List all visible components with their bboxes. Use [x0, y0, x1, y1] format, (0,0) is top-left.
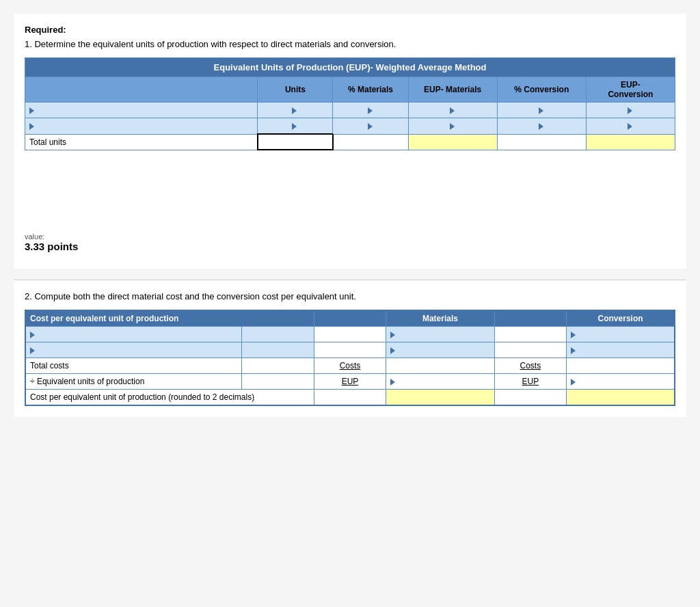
required-label: Required: — [25, 25, 675, 35]
triangle-icon-2ec — [628, 123, 632, 130]
points-value: 3.33 points — [25, 241, 675, 252]
cpeup-row: Cost per equivalent unit of production (… — [25, 390, 675, 406]
cost-row1-empty — [314, 327, 386, 342]
eup-table: Equivalent Units of Production (EUP)- We… — [25, 57, 675, 150]
triangle-icon-1cp — [539, 107, 543, 114]
cost-col-header-empty1 — [314, 310, 386, 327]
cpeup-label: Cost per equivalent unit of production (… — [25, 390, 314, 406]
q2-number: 2. — [25, 291, 32, 301]
total-mat-pct — [333, 134, 408, 150]
section-1: Required: 1. Determine the equivalent un… — [14, 14, 686, 269]
row2-eup-conv[interactable] — [586, 118, 675, 135]
tri-c2c — [571, 347, 576, 354]
eup-row: ÷ Equivalent units of production EUP EUP — [25, 374, 675, 390]
table-header-row: Units % Materials EUP- Materials % Conve… — [25, 77, 675, 103]
col-header-eup-materials: EUP- Materials — [408, 77, 497, 103]
row2-label — [25, 118, 258, 135]
cpeup-conv[interactable] — [567, 390, 675, 406]
triangle-icon-1 — [29, 107, 34, 114]
tri-c1a — [30, 332, 35, 338]
cost-row1-val1[interactable] — [242, 327, 314, 342]
cost-col-header-empty2 — [494, 310, 567, 327]
cost-col-header-conversion: Conversion — [567, 310, 675, 327]
total-label: Total units — [25, 134, 258, 150]
cost-table: Cost per equivalent unit of production M… — [25, 310, 675, 406]
tri-c1c — [571, 332, 576, 338]
eup-row-label: ÷ Equivalent units of production — [25, 374, 242, 390]
total-costs-val[interactable] — [242, 358, 314, 374]
cost-row2-mat[interactable] — [386, 342, 494, 358]
q1-number: 1. — [25, 39, 32, 49]
row2-conv-pct[interactable] — [497, 118, 586, 135]
value-label: value: — [25, 232, 675, 241]
triangle-icon-1mp — [368, 107, 373, 114]
total-units[interactable] — [258, 134, 333, 150]
tri-c2a — [30, 347, 35, 354]
row2-mat-pct[interactable] — [333, 118, 408, 135]
total-eup-mat[interactable] — [408, 134, 497, 150]
row1-eup-conv[interactable] — [586, 103, 675, 118]
eup-val[interactable] — [242, 374, 314, 390]
tri-c1b — [390, 332, 395, 338]
q2-text: Compute both the direct material cost an… — [34, 291, 355, 301]
question1-instruction: 1. Determine the equivalent units of pro… — [25, 39, 675, 49]
table-title: Equivalent Units of Production (EUP)- We… — [25, 58, 675, 77]
row2-eup-mat[interactable] — [408, 118, 497, 135]
col-header-eup-conversion: EUP- Conversion — [586, 77, 675, 103]
col-header-units: Units — [258, 77, 333, 103]
total-costs-mat[interactable] — [386, 358, 494, 374]
total-row: Total units — [25, 134, 675, 150]
cost-row1-empty2 — [494, 327, 567, 342]
cost-col-header-materials: Materials — [386, 310, 494, 327]
total-costs-label: Total costs — [25, 358, 242, 374]
total-costs-row: Total costs Costs Costs — [25, 358, 675, 374]
tri-c2b — [390, 347, 395, 354]
triangle-icon-1ec — [628, 107, 632, 114]
costs-label-1: Costs — [314, 358, 386, 374]
table-title-row: Equivalent Units of Production (EUP)- We… — [25, 58, 675, 77]
triangle-icon-2u — [292, 123, 297, 130]
cost-row2-empty2 — [494, 342, 567, 358]
eup-label-2: EUP — [494, 374, 567, 390]
total-conv-pct — [497, 134, 586, 150]
tri-eup1 — [390, 379, 395, 386]
eup-conv[interactable] — [567, 374, 675, 390]
row1-conv-pct[interactable] — [497, 103, 586, 118]
triangle-icon-2em — [450, 123, 455, 130]
row1-label — [25, 103, 258, 118]
col-header-materials-pct: % Materials — [333, 77, 408, 103]
total-costs-conv[interactable] — [567, 358, 675, 374]
triangle-icon-2mp — [368, 123, 373, 130]
cpeup-empty2 — [494, 390, 567, 406]
row1-units[interactable] — [258, 103, 333, 118]
q1-text: Determine the equivalent units of produc… — [34, 39, 396, 49]
cost-row2-empty — [314, 342, 386, 358]
cost-row1-label — [25, 327, 242, 342]
col-header-conversion-pct: % Conversion — [497, 77, 586, 103]
table-row — [25, 103, 675, 118]
question2-instruction: 2. Compute both the direct material cost… — [25, 291, 675, 301]
cost-row1-mat[interactable] — [386, 327, 494, 342]
triangle-icon-2cp — [539, 123, 543, 130]
eup-mat[interactable] — [386, 374, 494, 390]
triangle-icon-1u — [292, 107, 297, 114]
cost-col-header-0: Cost per equivalent unit of production — [25, 310, 314, 327]
total-eup-conv[interactable] — [586, 134, 675, 150]
cpeup-mat[interactable] — [386, 390, 494, 406]
cost-row2-label — [25, 342, 242, 358]
cost-row2-val1[interactable] — [242, 342, 314, 358]
cost-row2-conv[interactable] — [567, 342, 675, 358]
eup-label-1: EUP — [314, 374, 386, 390]
cost-header-row: Cost per equivalent unit of production M… — [25, 310, 675, 327]
triangle-icon-2 — [29, 123, 34, 130]
table-row — [25, 118, 675, 135]
tri-eup2 — [571, 379, 576, 386]
row2-units[interactable] — [258, 118, 333, 135]
cost-data-row-2 — [25, 342, 675, 358]
row1-eup-mat[interactable] — [408, 103, 497, 118]
cost-data-row-1 — [25, 327, 675, 342]
col-header-0 — [25, 77, 258, 103]
cpeup-empty1 — [314, 390, 386, 406]
cost-row1-conv[interactable] — [567, 327, 675, 342]
row1-mat-pct[interactable] — [333, 103, 408, 118]
